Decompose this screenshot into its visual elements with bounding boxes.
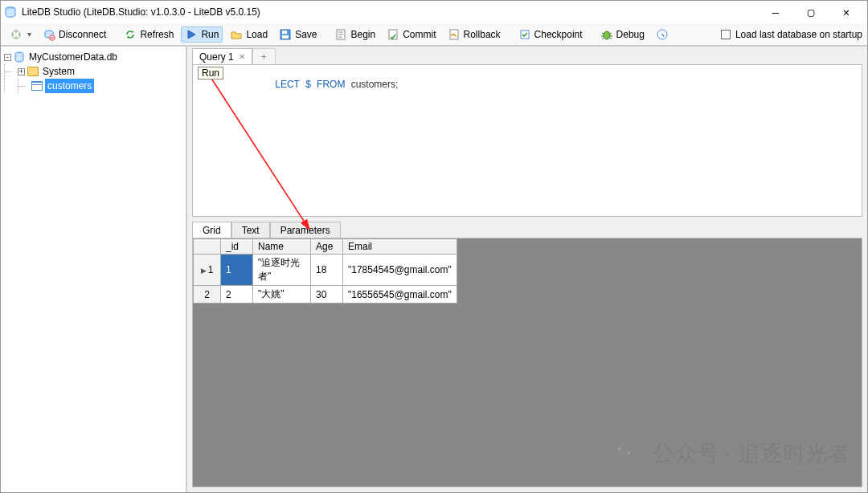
grid-cell-age[interactable]: 30 — [311, 286, 343, 304]
tree-node-system[interactable]: + System — [2, 64, 184, 79]
connect-dropdown-button[interactable]: ▾ — [6, 26, 35, 43]
grid-cell-name[interactable]: "追逐时光者" — [253, 255, 311, 286]
result-grid[interactable]: _id Name Age Email 1 1 "追逐时光者" 18 "17854 — [193, 238, 457, 304]
plug-icon — [10, 28, 23, 41]
folder-open-icon — [230, 28, 243, 41]
database-tree[interactable]: - MyCustomerData.db + System customers — [1, 47, 187, 492]
doc-undo-icon — [448, 28, 461, 41]
grid-cell-age[interactable]: 18 — [311, 255, 343, 286]
checkpoint-label: Checkpoint — [534, 30, 583, 39]
grid-header-email[interactable]: Email — [343, 239, 457, 255]
tree-node-customers[interactable]: customers — [2, 79, 184, 93]
result-tab-parameters[interactable]: Parameters — [270, 222, 341, 238]
checkpoint-icon — [518, 28, 531, 41]
query-tab-1[interactable]: Query 1 ✕ — [192, 48, 252, 64]
watermark: 公众号 · 追逐时光者 — [610, 437, 850, 471]
grid-header-name[interactable]: Name — [253, 239, 311, 255]
tree-expand-icon[interactable]: + — [18, 68, 25, 75]
doc-icon — [334, 28, 347, 41]
checkpoint-button[interactable]: Checkpoint — [514, 26, 587, 43]
tree-collapse-icon[interactable]: - — [4, 54, 11, 61]
doc-check-icon — [387, 28, 399, 41]
svg-rect-6 — [282, 35, 289, 39]
grid-row[interactable]: 1 1 "追逐时光者" 18 "17854545@gmail.com" — [194, 255, 457, 286]
result-tab-text[interactable]: Text — [231, 222, 270, 238]
save-button[interactable]: Save — [275, 26, 321, 43]
result-tab-grid[interactable]: Grid — [192, 222, 231, 238]
begin-button[interactable]: Begin — [330, 26, 379, 43]
svg-point-18 — [628, 451, 631, 454]
grid-cell-email[interactable]: "16556545@gmail.com" — [343, 286, 457, 304]
main-panel: Query 1 ✕ + Run LECT $ FROM customers; — [187, 47, 867, 492]
close-icon[interactable]: ✕ — [239, 52, 245, 61]
watermark-text: 公众号 · 追逐时光者 — [652, 438, 850, 469]
save-label: Save — [295, 30, 317, 39]
chevron-down-icon: ▾ — [27, 31, 31, 39]
sql-editor[interactable]: Run LECT $ FROM customers; — [192, 64, 862, 217]
grid-cell-id[interactable]: 2 — [221, 286, 253, 304]
grid-header-age[interactable]: Age — [311, 239, 343, 255]
debug-label: Debug — [616, 30, 645, 39]
svg-rect-5 — [282, 31, 287, 34]
bug-icon — [600, 28, 613, 41]
grid-cell-name[interactable]: "大姚" — [253, 286, 311, 304]
query-tab-label: Query 1 — [199, 51, 234, 63]
grid-row-header[interactable]: 2 — [194, 286, 221, 304]
floppy-icon — [279, 28, 292, 41]
grid-row[interactable]: 2 2 "大姚" 30 "16556545@gmail.com" — [194, 286, 457, 304]
svg-point-16 — [624, 448, 638, 462]
folder-icon — [27, 67, 39, 76]
window-title: LiteDB Studio (LiteDB.Studio: v1.0.3.0 -… — [22, 6, 758, 18]
refresh-icon — [124, 28, 137, 41]
load-label: Load — [246, 30, 268, 39]
table-icon — [31, 81, 43, 91]
startup-label: Load last database on startup — [735, 29, 862, 40]
begin-label: Begin — [350, 30, 375, 39]
rollback-button[interactable]: Rollback — [444, 26, 505, 43]
tree-db-label: MyCustomerData.db — [27, 50, 119, 64]
grid-header-row: _id Name Age Email — [194, 239, 457, 255]
svg-point-17 — [617, 447, 620, 450]
grid-row-header[interactable]: 1 — [194, 255, 221, 286]
result-area: _id Name Age Email 1 1 "追逐时光者" 18 "17854 — [192, 238, 862, 487]
sql-editor-text[interactable]: LECT $ FROM customers; — [193, 65, 862, 216]
grid-corner — [194, 239, 221, 255]
grid-cell-id[interactable]: 1 — [221, 255, 253, 286]
result-tab-bar: Grid Text Parameters — [187, 220, 867, 238]
app-icon — [4, 6, 17, 18]
tree-node-database[interactable]: - MyCustomerData.db — [2, 50, 184, 64]
svg-point-11 — [604, 31, 610, 39]
run-label: Run — [201, 30, 219, 39]
minimize-button[interactable]: — — [758, 1, 793, 23]
titlebar: LiteDB Studio (LiteDB.Studio: v1.0.3.0 -… — [1, 1, 867, 23]
disconnect-label: Disconnect — [59, 30, 106, 39]
svg-point-15 — [614, 444, 628, 458]
commit-button[interactable]: Commit — [383, 26, 440, 43]
load-button[interactable]: Load — [226, 26, 272, 43]
grid-cell-email[interactable]: "17854545@gmail.com" — [343, 255, 457, 286]
disconnect-button[interactable]: Disconnect — [39, 26, 110, 43]
database-icon — [14, 51, 25, 63]
toolbar: ▾ Disconnect Refresh Run Load Save Begin… — [1, 23, 867, 46]
refresh-label: Refresh — [140, 30, 174, 39]
query-tab-bar: Query 1 ✕ + — [187, 47, 867, 64]
disconnect-icon — [43, 28, 55, 41]
close-button[interactable]: ✕ — [829, 1, 864, 23]
tree-customers-label: customers — [45, 79, 94, 93]
tree-system-label: System — [41, 64, 76, 79]
commit-label: Commit — [403, 30, 436, 39]
grid-header-id[interactable]: _id — [221, 239, 253, 255]
play-icon — [185, 28, 198, 41]
rollback-label: Rollback — [464, 30, 501, 39]
refresh-button[interactable]: Refresh — [120, 26, 178, 43]
maximize-button[interactable]: ▢ — [793, 1, 829, 23]
info-icon — [656, 28, 669, 41]
run-button[interactable]: Run — [181, 26, 223, 43]
info-button[interactable] — [652, 26, 673, 43]
startup-checkbox[interactable] — [721, 30, 731, 39]
query-tab-add[interactable]: + — [252, 48, 276, 64]
debug-button[interactable]: Debug — [596, 26, 649, 43]
run-tooltip: Run — [198, 67, 223, 79]
